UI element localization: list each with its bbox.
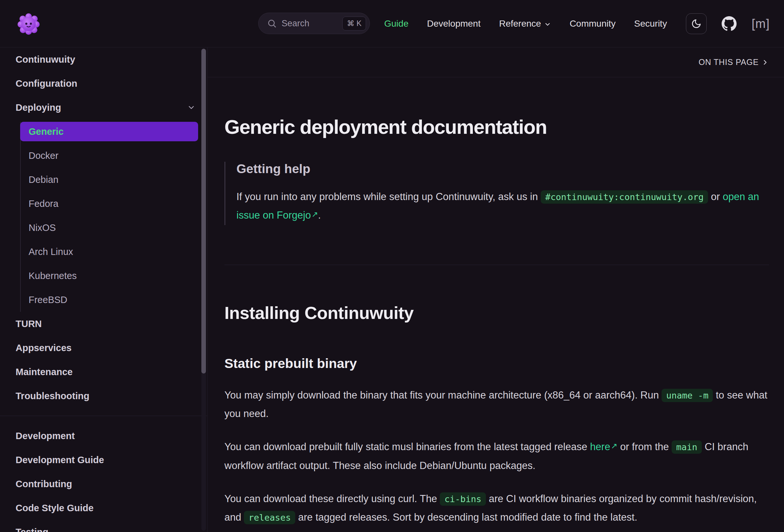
- sidebar-item-label: Continuwuity: [16, 54, 75, 65]
- search-placeholder: Search: [282, 19, 342, 29]
- sidebar-scrollbar-thumb[interactable]: [201, 49, 206, 373]
- continuwuity-logo[interactable]: [17, 12, 40, 35]
- nav-link-label: Community: [570, 19, 616, 29]
- sidebar-item-label: FreeBSD: [29, 295, 67, 305]
- sidebar-item-label: Generic: [29, 127, 64, 137]
- nav-link-label: Development: [427, 19, 481, 29]
- search-input[interactable]: Search ⌘ K: [258, 13, 370, 34]
- text-run: You can download these directly using cu…: [224, 493, 440, 504]
- external-link-icon: ↗: [311, 210, 318, 219]
- sidebar-item-label: Development: [16, 431, 75, 441]
- sidebar-item-label: Maintenance: [16, 367, 73, 377]
- sidebar-item-label: Fedora: [29, 198, 58, 209]
- inline-code-uname: uname -m: [662, 389, 713, 402]
- paragraph-3: You can download these directly using cu…: [224, 490, 769, 527]
- sidebar-item-maintenance[interactable]: Maintenance: [0, 360, 207, 384]
- sidebar-item-development[interactable]: Development: [0, 424, 207, 448]
- sidebar-item-fedora[interactable]: Fedora: [21, 192, 207, 216]
- nav-link-security[interactable]: Security: [634, 19, 667, 29]
- sidebar-item-troubleshooting[interactable]: Troubleshooting: [0, 384, 207, 408]
- sidebar-divider: [0, 416, 207, 416]
- top-navbar: Search ⌘ K Guide Development Reference C…: [0, 0, 784, 48]
- sidebar-item-nixos[interactable]: NixOS: [21, 216, 207, 240]
- sidebar-item-label: Appservices: [16, 343, 72, 353]
- sidebar-item-label: Kubernetes: [29, 271, 77, 281]
- nav-link-development[interactable]: Development: [427, 19, 481, 29]
- github-icon: [722, 16, 736, 31]
- page-title: Generic deployment documentation: [224, 116, 769, 138]
- sidebar-item-freebsd[interactable]: FreeBSD: [21, 288, 207, 312]
- text-run: You can download prebuilt fully static m…: [224, 441, 590, 452]
- nav-link-guide[interactable]: Guide: [384, 19, 409, 29]
- inline-code-main: main: [672, 441, 702, 454]
- sidebar-item-arch-linux[interactable]: Arch Linux: [21, 240, 207, 264]
- matrix-link[interactable]: [m]: [752, 17, 770, 31]
- navbar-actions: [m]: [686, 0, 770, 48]
- on-this-page-label: ON THIS PAGE: [699, 57, 759, 67]
- release-here-link[interactable]: here: [590, 441, 610, 452]
- sidebar-item-label: Arch Linux: [29, 247, 73, 257]
- section-divider: [224, 265, 769, 265]
- sidebar-item-contributing[interactable]: Contributing: [0, 472, 207, 496]
- sidebar-item-label: Testing: [16, 527, 48, 532]
- search-shortcut-badge: ⌘ K: [342, 17, 366, 30]
- chevron-right-icon: [761, 58, 769, 66]
- chevron-down-icon: [187, 103, 196, 112]
- text-run: or from the: [617, 441, 672, 452]
- article: Generic deployment documentation Getting…: [207, 116, 784, 527]
- text-run: or: [708, 191, 723, 202]
- sidebar-item-label: Troubleshooting: [16, 391, 89, 401]
- sidebar-item-label: TURN: [16, 318, 42, 329]
- paragraph-1: You may simply download the binary that …: [224, 386, 769, 423]
- sidebar-item-configuration[interactable]: Configuration: [0, 72, 207, 95]
- nav-link-label: Reference: [499, 19, 541, 29]
- moon-icon: [691, 19, 701, 29]
- sidebar-item-code-style-guide[interactable]: Code Style Guide: [0, 496, 207, 520]
- sidebar-item-label: Contributing: [16, 479, 72, 489]
- sidebar-item-label: Docker: [29, 150, 58, 161]
- sidebar-item-docker[interactable]: Docker: [21, 144, 207, 168]
- sidebar-item-label: Code Style Guide: [16, 503, 93, 513]
- search-icon: [267, 19, 277, 28]
- sidebar-deploying-children: Generic Docker Debian Fedora NixOS Arch …: [20, 122, 207, 312]
- nav-link-community[interactable]: Community: [570, 19, 616, 29]
- nav-link-label: Guide: [384, 19, 409, 29]
- sidebar-scrollbar-track[interactable]: [201, 49, 206, 531]
- inline-code-ci-bins: ci-bins: [440, 493, 486, 506]
- text-run: are tagged releases. Sort by descending …: [295, 511, 637, 523]
- chevron-down-icon: [544, 21, 551, 28]
- getting-help-aside: Getting help If you run into any problem…: [224, 162, 769, 225]
- aside-paragraph: If you run into any problems while setti…: [236, 188, 769, 225]
- text-run: .: [318, 209, 321, 221]
- sidebar-item-label: Configuration: [16, 78, 77, 89]
- theme-toggle-button[interactable]: [686, 13, 707, 34]
- sidebar-item-generic[interactable]: Generic: [20, 122, 198, 141]
- sidebar-item-appservices[interactable]: Appservices: [0, 336, 207, 360]
- sidebar-item-debian[interactable]: Debian: [21, 168, 207, 192]
- sidebar-item-continuwuity[interactable]: Continuwuity: [0, 48, 207, 72]
- installing-heading: Installing Continuwuity: [224, 303, 769, 323]
- sidebar-item-development-guide[interactable]: Development Guide: [0, 448, 207, 472]
- on-this-page-toggle[interactable]: ON THIS PAGE: [207, 48, 784, 77]
- static-binary-heading: Static prebuilt binary: [224, 356, 769, 371]
- text-run: If you run into any problems while setti…: [236, 191, 541, 202]
- sidebar-item-turn[interactable]: TURN: [0, 312, 207, 336]
- paragraph-2: You can download prebuilt fully static m…: [224, 438, 769, 475]
- sidebar-item-testing[interactable]: Testing: [0, 520, 207, 532]
- nav-link-label: Security: [634, 19, 667, 29]
- primary-nav: Guide Development Reference Community Se…: [384, 0, 667, 48]
- inline-code-releases: releases: [244, 511, 295, 524]
- sidebar-item-label: Development Guide: [16, 455, 104, 466]
- sidebar-item-label: Debian: [29, 174, 58, 185]
- nav-link-reference[interactable]: Reference: [499, 19, 551, 29]
- text-run: You may simply download the binary that …: [224, 389, 662, 401]
- main-content: ON THIS PAGE Generic deployment document…: [207, 48, 784, 532]
- sidebar-item-label: NixOS: [29, 222, 56, 233]
- sidebar-item-label: Deploying: [16, 102, 61, 113]
- sidebar-group-deploying[interactable]: Deploying: [0, 95, 207, 119]
- github-link[interactable]: [722, 16, 736, 31]
- sidebar: Continuwuity Configuration Deploying Gen…: [0, 48, 207, 532]
- sidebar-item-kubernetes[interactable]: Kubernetes: [21, 264, 207, 288]
- external-link-icon: ↗: [611, 441, 617, 450]
- aside-title: Getting help: [236, 162, 769, 176]
